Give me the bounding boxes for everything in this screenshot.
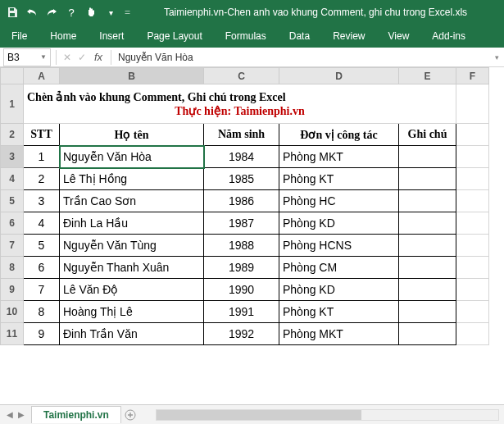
cell-E9[interactable] — [399, 279, 456, 301]
tab-data[interactable]: Data — [278, 25, 321, 48]
touch-mode-icon[interactable] — [84, 5, 98, 20]
row-header-4[interactable]: 4 — [1, 168, 24, 190]
cell-C4[interactable]: 1985 — [204, 168, 279, 190]
sheet-nav-next-icon[interactable]: ▶ — [18, 410, 25, 419]
tab-formulas[interactable]: Formulas — [214, 25, 278, 48]
cell-F3[interactable] — [456, 146, 489, 168]
scrollbar-thumb[interactable] — [157, 410, 361, 420]
cell-F9[interactable] — [456, 279, 489, 301]
qat-customize-icon[interactable]: ▾ — [103, 5, 118, 20]
cell-C8[interactable]: 1989 — [204, 257, 279, 279]
sheet-tab-active[interactable]: Taimienphi.vn — [31, 406, 121, 423]
cell-B10[interactable]: Hoàng Thị Lê — [60, 301, 204, 323]
cell-D10[interactable]: Phòng KT — [279, 301, 399, 323]
cell-F2[interactable] — [456, 124, 489, 146]
header-stt[interactable]: STT — [24, 124, 60, 146]
cell-F5[interactable] — [456, 190, 489, 212]
cell-C7[interactable]: 1988 — [204, 235, 279, 257]
cell-D4[interactable]: Phòng KT — [279, 168, 399, 190]
cell-D7[interactable]: Phòng HCNS — [279, 235, 399, 257]
insert-function-button[interactable]: fx — [89, 51, 107, 63]
col-header-B[interactable]: B — [60, 68, 204, 84]
row-header-3[interactable]: 3 — [1, 146, 24, 168]
row-header-8[interactable]: 8 — [1, 257, 24, 279]
cell-C11[interactable]: 1992 — [204, 323, 279, 345]
cell-A5[interactable]: 3 — [24, 190, 60, 212]
cancel-formula-icon[interactable]: ✕ — [60, 52, 75, 63]
cell-C9[interactable]: 1990 — [204, 279, 279, 301]
undo-icon[interactable] — [25, 5, 39, 20]
header-hoten[interactable]: Họ tên — [60, 124, 204, 146]
col-header-D[interactable]: D — [279, 68, 399, 84]
header-namsinh[interactable]: Năm sinh — [204, 124, 279, 146]
select-all-corner[interactable] — [1, 68, 24, 84]
tab-page-layout[interactable]: Page Layout — [135, 25, 213, 48]
cell-B6[interactable]: Đinh La Hầu — [60, 212, 204, 235]
save-icon[interactable] — [5, 5, 20, 20]
cell-B3[interactable]: Nguyễn Văn Hòa — [60, 146, 204, 168]
cell-E8[interactable] — [399, 257, 456, 279]
cell-E4[interactable] — [399, 168, 456, 190]
tab-file[interactable]: File — [0, 25, 39, 48]
tab-review[interactable]: Review — [321, 25, 376, 48]
col-header-E[interactable]: E — [399, 68, 456, 84]
cell-D5[interactable]: Phòng HC — [279, 190, 399, 212]
cell-B11[interactable]: Đinh Trần Văn — [60, 323, 204, 345]
spreadsheet-grid[interactable]: ABCDEF1Chèn ảnh vào khung Comment, Ghi c… — [0, 67, 504, 402]
col-header-F[interactable]: F — [456, 68, 489, 84]
help-icon[interactable]: ? — [64, 5, 79, 20]
tab-addins[interactable]: Add-ins — [420, 25, 477, 48]
sheet-title[interactable]: Chèn ảnh vào khung Comment, Ghi chú tron… — [24, 84, 456, 124]
header-ghichu[interactable]: Ghi chú — [399, 124, 456, 146]
row-header-10[interactable]: 10 — [1, 301, 24, 323]
cell-D9[interactable]: Phòng KD — [279, 279, 399, 301]
cell-B7[interactable]: Nguyễn Văn Tùng — [60, 235, 204, 257]
cell-B4[interactable]: Lê Thị Hồng — [60, 168, 204, 190]
cell-F10[interactable] — [456, 301, 489, 323]
row-header-2[interactable]: 2 — [1, 124, 24, 146]
tab-view[interactable]: View — [377, 25, 421, 48]
cell-F4[interactable] — [456, 168, 489, 190]
cell-E11[interactable] — [399, 323, 456, 345]
row-header-9[interactable]: 9 — [1, 279, 24, 301]
row-header-7[interactable]: 7 — [1, 235, 24, 257]
cell-A7[interactable]: 5 — [24, 235, 60, 257]
cell-A10[interactable]: 8 — [24, 301, 60, 323]
tab-home[interactable]: Home — [39, 25, 88, 48]
cell-E6[interactable] — [399, 212, 456, 235]
cell-C10[interactable]: 1991 — [204, 301, 279, 323]
redo-icon[interactable] — [44, 5, 59, 20]
cell-C6[interactable]: 1987 — [204, 212, 279, 235]
cell-A9[interactable]: 7 — [24, 279, 60, 301]
cell-F6[interactable] — [456, 212, 489, 235]
col-header-A[interactable]: A — [24, 68, 60, 84]
cell-A11[interactable]: 9 — [24, 323, 60, 345]
cell-F7[interactable] — [456, 235, 489, 257]
cell-E5[interactable] — [399, 190, 456, 212]
cell-C5[interactable]: 1986 — [204, 190, 279, 212]
col-header-C[interactable]: C — [204, 68, 279, 84]
cell-D6[interactable]: Phòng KD — [279, 212, 399, 235]
cell-F1[interactable] — [456, 84, 489, 124]
cell-D11[interactable]: Phòng MKT — [279, 323, 399, 345]
cell-C3[interactable]: 1984 — [204, 146, 279, 168]
tab-insert[interactable]: Insert — [88, 25, 135, 48]
cell-E7[interactable] — [399, 235, 456, 257]
formula-input[interactable] — [115, 48, 489, 66]
row-header-5[interactable]: 5 — [1, 190, 24, 212]
enter-formula-icon[interactable]: ✓ — [75, 52, 89, 63]
sheet-nav-prev-icon[interactable]: ◀ — [7, 410, 13, 419]
cell-F8[interactable] — [456, 257, 489, 279]
cell-E3[interactable] — [399, 146, 456, 168]
cell-B9[interactable]: Lê Văn Độ — [60, 279, 204, 301]
cell-D3[interactable]: Phòng MKT — [279, 146, 399, 168]
cell-B5[interactable]: Trần Cao Sơn — [60, 190, 204, 212]
cell-A8[interactable]: 6 — [24, 257, 60, 279]
row-header-6[interactable]: 6 — [1, 212, 24, 235]
horizontal-scrollbar[interactable] — [156, 409, 499, 421]
cell-B8[interactable]: Nguyễn Thanh Xuân — [60, 257, 204, 279]
cell-E10[interactable] — [399, 301, 456, 323]
add-sheet-button[interactable] — [121, 406, 139, 424]
cell-A6[interactable]: 4 — [24, 212, 60, 235]
name-box[interactable]: B3 ▼ — [3, 48, 51, 66]
